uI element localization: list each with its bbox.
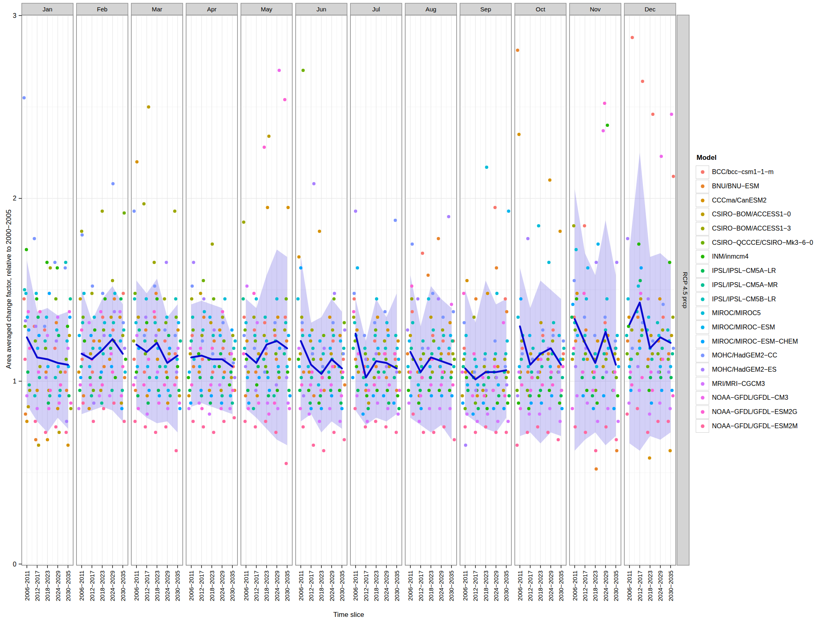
data-point	[666, 329, 669, 332]
legend-key-box	[696, 208, 709, 221]
data-point	[102, 407, 105, 410]
data-point	[353, 297, 356, 301]
data-point	[355, 329, 358, 332]
data-point	[530, 376, 534, 379]
data-point	[340, 407, 343, 410]
data-point	[604, 357, 608, 361]
data-point	[223, 370, 226, 374]
data-point	[202, 297, 206, 301]
x-tick-label: 2018−2023	[482, 571, 489, 601]
data-point	[100, 401, 103, 405]
data-point	[595, 401, 599, 405]
data-point	[629, 370, 632, 374]
x-tick-label: 2006−2011	[188, 571, 195, 601]
data-point	[516, 49, 519, 52]
data-point	[353, 292, 356, 295]
data-point	[419, 357, 422, 361]
data-point	[343, 438, 346, 441]
data-point	[651, 389, 654, 392]
legend-item-label: NOAA−GFDL/GFDL−ESM2G	[712, 408, 797, 416]
facet-strip-label: Apr	[207, 6, 216, 13]
data-point	[585, 297, 588, 301]
legend-item: IPSL/IPSL−CM5B−LR	[696, 292, 838, 306]
data-point	[211, 242, 214, 246]
data-point	[591, 394, 594, 397]
data-point	[641, 80, 644, 83]
data-point	[582, 292, 586, 295]
data-point	[397, 407, 401, 410]
data-point	[372, 357, 376, 361]
data-point	[332, 334, 335, 337]
data-point	[312, 444, 315, 447]
legend-color-dot	[701, 185, 704, 188]
data-point	[55, 321, 58, 325]
data-point	[461, 401, 464, 405]
data-point	[108, 357, 111, 361]
legend-color-dot	[701, 170, 704, 174]
data-point	[221, 321, 225, 325]
data-point	[230, 329, 234, 332]
x-tick-label: 2030−2035	[393, 571, 400, 601]
data-point	[319, 357, 323, 361]
data-point	[143, 339, 146, 342]
data-point	[167, 389, 170, 392]
legend-item: BCC/bcc−csm1−1−m	[696, 165, 838, 179]
data-point	[135, 334, 139, 337]
data-point	[528, 334, 532, 337]
data-point	[79, 383, 82, 386]
x-tick-label: 2006−2011	[133, 571, 140, 601]
data-point	[198, 365, 201, 368]
data-point	[202, 279, 205, 282]
data-point	[496, 420, 499, 423]
data-point	[189, 352, 192, 355]
legend-color-dot	[701, 283, 704, 287]
data-point	[87, 407, 91, 410]
data-point	[651, 113, 654, 116]
data-point	[43, 329, 46, 332]
data-point	[143, 370, 146, 374]
data-point	[152, 310, 156, 314]
data-point	[341, 376, 344, 379]
data-point	[602, 394, 605, 397]
data-point	[158, 365, 161, 368]
data-point	[343, 329, 346, 332]
legend-item: MOHC/HadGEM2−CC	[696, 349, 838, 363]
data-point	[508, 394, 511, 397]
data-point	[419, 394, 422, 397]
data-point	[222, 376, 225, 379]
data-point	[615, 438, 618, 441]
facet-strip-label: Mar	[152, 6, 162, 13]
data-point	[312, 357, 315, 361]
data-point	[222, 339, 226, 342]
facet-panel-jan: Jan2006−20112012−20172018−20232024−20292…	[22, 3, 74, 601]
data-point	[583, 224, 586, 227]
data-point	[255, 297, 258, 301]
legend-item: CSIRO−BOM/ACCESS1−0	[696, 207, 838, 222]
data-point	[320, 407, 323, 410]
x-tick-label: 2024−2029	[602, 571, 609, 601]
data-point	[376, 346, 380, 350]
facet-row-strip-label: RCP 4.5 prcp	[682, 272, 689, 309]
data-point	[283, 352, 286, 355]
data-point	[464, 444, 467, 447]
data-point	[497, 394, 500, 397]
data-point	[506, 420, 510, 423]
data-point	[122, 292, 125, 295]
data-point	[671, 316, 675, 319]
data-point	[484, 352, 487, 355]
data-point	[35, 297, 38, 301]
data-point	[187, 376, 190, 379]
data-point	[166, 376, 169, 379]
data-point	[473, 357, 477, 361]
data-point	[299, 352, 302, 355]
data-point	[465, 412, 469, 416]
facet-strip-label: Nov	[590, 6, 601, 13]
data-point	[661, 329, 664, 332]
data-point	[287, 389, 291, 392]
data-point	[441, 370, 444, 374]
data-point	[37, 316, 40, 319]
data-point	[188, 370, 191, 374]
data-point	[256, 365, 260, 368]
data-point	[168, 346, 171, 350]
data-point	[532, 346, 535, 350]
